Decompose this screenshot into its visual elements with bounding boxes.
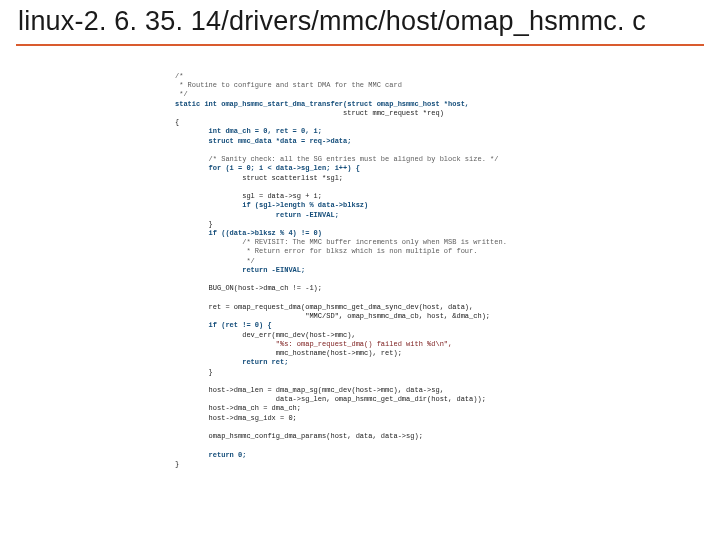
slide-title: linux-2. 6. 35. 14/drivers/mmc/host/omap… bbox=[18, 6, 702, 37]
code-line: data->sg_len, omap_hsmmc_get_dma_dir(hos… bbox=[175, 395, 486, 403]
code-line: return 0; bbox=[175, 451, 246, 459]
code-line: } bbox=[175, 220, 213, 228]
code-line: sgl = data->sg + i; bbox=[175, 192, 322, 200]
code-line: * Return error for blksz which is non mu… bbox=[175, 247, 477, 255]
code-line: static int omap_hsmmc_start_dma_transfer… bbox=[175, 100, 469, 108]
code-line: if ((data->blksz % 4) != 0) bbox=[175, 229, 322, 237]
code-line: ret = omap_request_dma(omap_hsmmc_get_dm… bbox=[175, 303, 473, 311]
code-line: omap_hsmmc_config_dma_params(host, data,… bbox=[175, 432, 423, 440]
code-line: */ bbox=[175, 257, 255, 265]
code-line: BUG_ON(host->dma_ch != -1); bbox=[175, 284, 322, 292]
code-line: if (sgl->length % data->blksz) bbox=[175, 201, 368, 209]
code-line: * Routine to configure and start DMA for… bbox=[175, 81, 402, 89]
code-line: host->dma_ch = dma_ch; bbox=[175, 404, 301, 412]
code-line: return -EINVAL; bbox=[175, 266, 305, 274]
code-line: dev_err(mmc_dev(host->mmc), bbox=[175, 331, 356, 339]
code-line: mmc_hostname(host->mmc), ret); bbox=[175, 349, 402, 357]
slide: linux-2. 6. 35. 14/drivers/mmc/host/omap… bbox=[0, 0, 720, 540]
code-line: struct mmc_request *req) bbox=[175, 109, 444, 117]
code-line: */ bbox=[175, 90, 188, 98]
code-line: } bbox=[175, 460, 179, 468]
code-line: "%s: omap_request_dma() failed with %d\n… bbox=[175, 340, 452, 348]
code-line: int dma_ch = 0, ret = 0, i; bbox=[175, 127, 322, 135]
code-line: /* bbox=[175, 72, 183, 80]
code-line: if (ret != 0) { bbox=[175, 321, 272, 329]
code-line: host->dma_len = dma_map_sg(mmc_dev(host-… bbox=[175, 386, 444, 394]
code-line: return -EINVAL; bbox=[175, 211, 339, 219]
code-line: } bbox=[175, 368, 213, 376]
code-line: for (i = 0; i < data->sg_len; i++) { bbox=[175, 164, 360, 172]
code-line: struct mmc_data *data = req->data; bbox=[175, 137, 351, 145]
title-underline bbox=[16, 44, 704, 46]
code-line: { bbox=[175, 118, 179, 126]
code-line: struct scatterlist *sgl; bbox=[175, 174, 343, 182]
code-line: /* REVISIT: The MMC buffer increments on… bbox=[175, 238, 507, 246]
source-code-excerpt: /* * Routine to configure and start DMA … bbox=[175, 72, 575, 502]
code-line: return ret; bbox=[175, 358, 288, 366]
code-line: host->dma_sg_idx = 0; bbox=[175, 414, 297, 422]
code-line: /* Sanity check: all the SG entries must… bbox=[175, 155, 498, 163]
code-line: "MMC/SD", omap_hsmmc_dma_cb, host, &dma_… bbox=[175, 312, 490, 320]
